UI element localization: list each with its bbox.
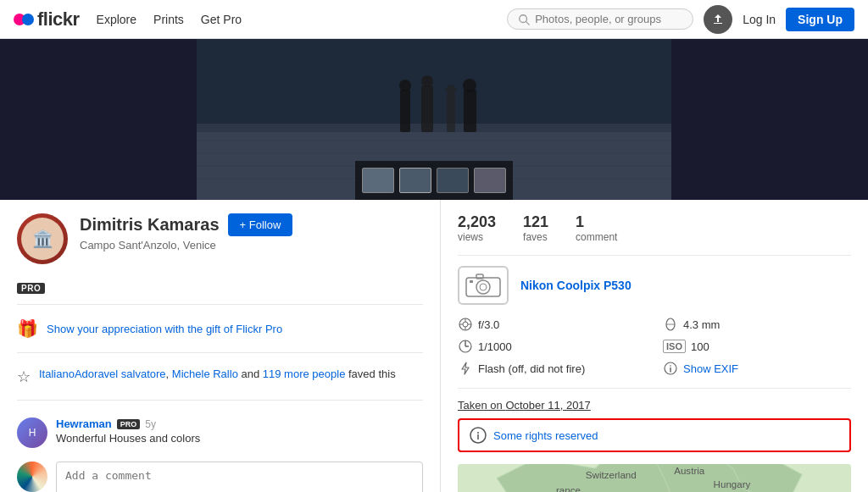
svg-point-16 xyxy=(463,79,476,92)
svg-point-14 xyxy=(446,85,456,95)
nav-explore[interactable]: Explore xyxy=(97,13,136,26)
avatar-image: 🏛️ xyxy=(21,218,64,260)
focal-value: 4.3 mm xyxy=(683,318,720,331)
profile-info: Dimitris Kamaras + Follow Campo Sant'Anz… xyxy=(80,213,423,252)
gift-icon: 🎁 xyxy=(17,318,38,339)
show-exif-button[interactable]: Show EXIF xyxy=(683,362,738,375)
svg-line-1 xyxy=(526,21,530,25)
commenter-text: Wonderful Houses and colors xyxy=(56,432,200,445)
stat-faves-num: 121 xyxy=(523,213,548,231)
right-panel: 2,203 views 121 faves 1 comment xyxy=(441,200,868,492)
profile-row: 🏛️ Dimitris Kamaras + Follow Campo Sant'… xyxy=(17,213,423,264)
login-button[interactable]: Log In xyxy=(743,13,776,26)
gift-link[interactable]: Show your appreciation with the gift of … xyxy=(47,323,282,335)
svg-rect-20 xyxy=(476,274,483,279)
faved-text: ItalianoAdoravel salvatore, Michele Rall… xyxy=(39,367,396,382)
stat-faves-label: faves xyxy=(523,231,548,243)
info-icon xyxy=(663,361,678,376)
svg-text:rance: rance xyxy=(556,484,581,492)
stat-views-num: 2,203 xyxy=(458,213,496,231)
svg-marker-33 xyxy=(462,362,469,374)
svg-point-23 xyxy=(463,322,468,327)
exif-shutter: 1/1000 xyxy=(458,339,646,354)
svg-text:Hungary: Hungary xyxy=(714,478,751,489)
hero-image xyxy=(197,39,671,200)
svg-point-35 xyxy=(670,365,671,367)
exif-focal: 4.3 mm xyxy=(663,317,851,332)
follow-button[interactable]: + Follow xyxy=(228,213,293,236)
signup-button[interactable]: Sign Up xyxy=(786,8,854,31)
nav-actions: Log In Sign Up xyxy=(704,5,854,34)
svg-point-38 xyxy=(477,432,479,434)
commenter-name[interactable]: Hewraman xyxy=(56,417,112,430)
comment-row: H Hewraman PRO 5y Wonderful Houses and c… xyxy=(17,411,423,455)
thumb-3[interactable] xyxy=(437,168,469,193)
faved-link-1[interactable]: ItalianoAdoravel salvatore xyxy=(39,368,166,380)
license-text: Some rights reserved xyxy=(493,429,598,442)
map-svg: Austria Hungary Croatia Bosnia and Herze… xyxy=(458,464,851,492)
nav-search-area xyxy=(507,8,693,30)
divider-3 xyxy=(17,400,423,401)
my-avatar xyxy=(17,462,47,492)
dot-blue xyxy=(22,14,34,25)
faved-link-2[interactable]: Michele Rallo xyxy=(172,368,238,380)
taken-date-value: October 11, 2017 xyxy=(505,399,590,412)
main-content: 🏛️ Dimitris Kamaras + Follow Campo Sant'… xyxy=(0,200,868,492)
faved-suffix: faved this xyxy=(345,368,395,380)
svg-point-19 xyxy=(480,284,487,290)
aperture-value: f/3.0 xyxy=(478,318,499,331)
star-icon: ☆ xyxy=(17,368,31,386)
commenter-avatar: H xyxy=(17,417,47,448)
commenter-name-row: Hewraman PRO 5y xyxy=(56,417,200,430)
stat-views: 2,203 views xyxy=(458,213,496,243)
comment-info: Hewraman PRO 5y Wonderful Houses and col… xyxy=(56,417,200,445)
faved-sep1: , xyxy=(166,368,172,380)
svg-rect-21 xyxy=(470,280,473,283)
thumb-4[interactable] xyxy=(474,168,506,193)
nav-prints[interactable]: Prints xyxy=(153,13,184,26)
svg-rect-15 xyxy=(464,90,476,132)
svg-rect-9 xyxy=(400,90,410,132)
stat-views-label: views xyxy=(458,231,496,243)
logo[interactable]: flickr xyxy=(14,8,80,30)
camera-row: Nikon Coolpix P530 xyxy=(458,266,851,305)
exif-grid: f/3.0 4.3 mm 1/1000 ISO 100 xyxy=(458,317,851,376)
faved-row: ☆ ItalianoAdoravel salvatore, Michele Ra… xyxy=(17,363,423,390)
license-icon xyxy=(470,427,487,444)
license-box[interactable]: Some rights reserved xyxy=(458,418,851,452)
exif-flash: Flash (off, did not fire) xyxy=(458,361,646,376)
upload-button[interactable] xyxy=(704,5,732,34)
faved-link-3[interactable]: 119 more people xyxy=(263,368,346,380)
pro-badge: PRO xyxy=(17,283,45,294)
thumb-1[interactable] xyxy=(362,168,394,193)
flash-icon xyxy=(458,361,473,376)
thumb-2[interactable] xyxy=(399,168,431,193)
logo-text: flickr xyxy=(37,8,80,30)
search-input[interactable] xyxy=(535,13,682,25)
left-panel: 🏛️ Dimitris Kamaras + Follow Campo Sant'… xyxy=(0,200,441,492)
svg-point-18 xyxy=(476,280,490,294)
add-comment-row xyxy=(17,455,423,492)
svg-rect-11 xyxy=(421,86,433,132)
divider-right-1 xyxy=(458,255,851,256)
taken-date: Taken on October 11, 2017 xyxy=(458,399,851,412)
camera-name[interactable]: Nikon Coolpix P530 xyxy=(520,279,632,292)
shutter-value: 1/1000 xyxy=(478,340,512,353)
map-container: Austria Hungary Croatia Bosnia and Herze… xyxy=(458,464,851,492)
profile-name-row: Dimitris Kamaras + Follow xyxy=(80,213,423,236)
divider-right-2 xyxy=(458,388,851,389)
profile-location: Campo Sant'Anzolo, Venice xyxy=(80,239,423,252)
divider-1 xyxy=(17,304,423,305)
comment-input[interactable] xyxy=(56,462,423,492)
flickr-dots xyxy=(14,14,34,25)
stat-comments-label: comment xyxy=(576,231,617,243)
flash-value: Flash (off, did not fire) xyxy=(478,362,585,375)
upload-icon xyxy=(711,13,725,26)
nav-getpro[interactable]: Get Pro xyxy=(201,13,242,26)
commenter-time: 5y xyxy=(145,418,156,430)
shutter-icon xyxy=(458,339,473,354)
exif-aperture: f/3.0 xyxy=(458,317,646,332)
stats-row: 2,203 views 121 faves 1 comment xyxy=(458,213,851,243)
faved-sep2: and xyxy=(238,368,263,380)
divider-2 xyxy=(17,352,423,353)
